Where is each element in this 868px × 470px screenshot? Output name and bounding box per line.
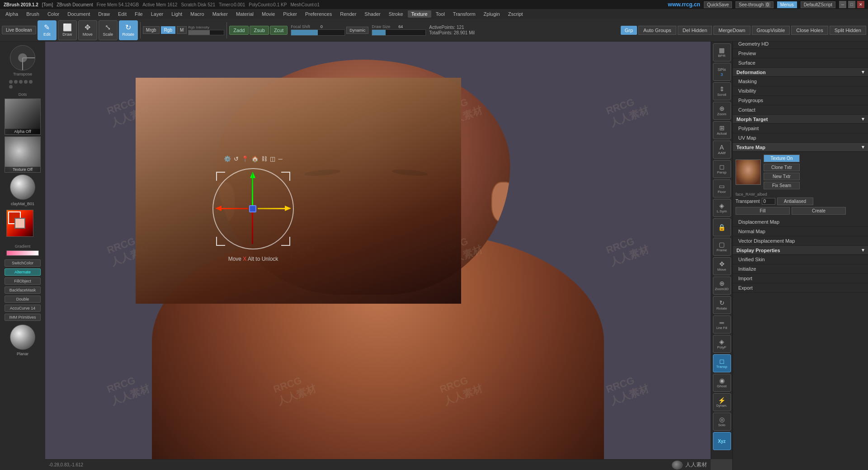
bpr-button[interactable]: ▦ BPR [713,43,731,61]
fix-seam-button[interactable]: Fix Seam [764,182,800,189]
close-button[interactable]: ✕ [857,1,864,8]
menu-zscript[interactable]: Zscript [505,10,527,18]
double-button[interactable]: Double [5,296,41,303]
zoom-button[interactable]: ⊕ Zoom [713,102,731,120]
minimize-button[interactable]: ─ [839,1,846,8]
frame-button[interactable]: ▢ Frame [713,238,731,256]
transpose-widget[interactable] [10,45,35,70]
menu-layer[interactable]: Layer [147,10,167,18]
transparent-input[interactable] [762,198,775,205]
transform-gizmo[interactable]: ⚙️ ↺ 📍 🏠 ⛓ ◫ ─ [212,168,294,249]
vector-displacement-map-item[interactable]: Vector Displacement Map [733,236,868,246]
preview-item[interactable]: Preview [733,49,868,58]
zadd-button[interactable]: Zadd [229,26,249,35]
planar-sphere[interactable] [10,324,35,350]
morph-target-header[interactable]: Morph Target ▾ [733,115,868,124]
menu-macro[interactable]: Macro [187,10,208,18]
linefill-button[interactable]: ═ Line Fill [713,315,731,334]
contact-item[interactable]: Contact [733,105,868,115]
move-button[interactable]: ✥ Move [78,20,97,40]
zsub-button[interactable]: Zsub [250,26,269,35]
menu-render[interactable]: Render [336,10,360,18]
accu-curve-button[interactable]: AccuCurve 14 [5,305,41,312]
rgb-button[interactable]: Rgb [161,26,175,34]
dynam-button[interactable]: ⚡ Dynam. [713,393,731,411]
solo-button[interactable]: ◎ Solo [713,413,731,431]
zoom3d-button[interactable]: ⊕ Zoom3D [713,277,731,295]
move3d-button[interactable]: ✥ Move [713,257,731,275]
ghost-button[interactable]: ◉ Ghost [713,374,731,392]
draw-size-slider[interactable] [372,29,426,36]
menu-material[interactable]: Material [232,10,257,18]
m-button[interactable]: M [177,26,187,34]
fill-button[interactable]: Fill [736,207,790,215]
antialiased-button[interactable]: Antialiased [777,197,813,205]
menu-draw[interactable]: Draw [94,10,113,18]
material-preview[interactable] [10,174,35,200]
lock-button[interactable]: 🔒 [713,218,731,236]
scale-button[interactable]: ⤡ Scale [99,20,118,40]
menus-button[interactable]: Menus [777,1,797,8]
focal-shift-slider[interactable] [291,29,345,36]
gradient-bar[interactable] [6,250,39,256]
displacement-map-item[interactable]: Displacement Map [733,217,868,227]
draw-button[interactable]: ⬜ Draw [58,20,77,40]
menu-document[interactable]: Document [64,10,94,18]
menu-tool[interactable]: Tool [432,10,448,18]
polypaint-item[interactable]: Polypaint [733,124,868,133]
menu-stroke[interactable]: Stroke [385,10,407,18]
alpha-preview[interactable]: Alpha Off [5,99,41,135]
initialize-item[interactable]: Initialize [733,264,868,274]
actual-button[interactable]: ⊞ Actual [713,121,731,139]
color-swatch[interactable] [6,210,39,242]
rgb-intensity-slider[interactable] [188,30,224,35]
menu-alpha[interactable]: Alpha [2,10,22,18]
texture-map-header[interactable]: Texture Map ▾ [733,143,868,152]
default-script-button[interactable]: DefaultZScript [801,1,835,8]
rotate3d-button[interactable]: ↻ Rotate [713,296,731,314]
backface-mask-button[interactable]: BackfaceMask [5,287,41,294]
menu-file[interactable]: File [131,10,146,18]
mrgb-button[interactable]: Mrgb [143,26,160,34]
texture-on-button[interactable]: Texture On [764,155,800,162]
group-visible-button[interactable]: GroupVisible [752,26,790,35]
transp-button[interactable]: ◻ Transp [713,354,731,372]
menu-shader[interactable]: Shader [361,10,384,18]
clone-txtr-button[interactable]: Clone Txtr [764,164,800,171]
alternate-button[interactable]: Alternate [5,268,41,276]
edit-button[interactable]: ✎ Edit [38,20,57,40]
lsym-button[interactable]: ◈ L.Sym [713,199,731,217]
menu-preferences[interactable]: Preferences [302,10,335,18]
deformation-header[interactable]: Deformation ▾ [733,68,868,77]
menu-brush[interactable]: Brush [23,10,43,18]
menu-zplugin[interactable]: Zplugin [480,10,504,18]
texture-preview[interactable]: Texture Off [5,136,41,173]
zcut-button[interactable]: Zcut [270,26,288,35]
scroll-button[interactable]: ⇕ Scroll [713,82,731,100]
xyz-button[interactable]: Xyz [713,432,731,450]
persp-button[interactable]: ◻ Persp [713,160,731,178]
visibility-item[interactable]: Visibility [733,86,868,96]
masking-item[interactable]: Masking [733,77,868,86]
fill-object-button[interactable]: FillObject [5,277,41,285]
background-color[interactable] [14,218,25,229]
import-item[interactable]: Import [733,274,868,283]
rotate-button[interactable]: ↻ Rotate [119,20,138,40]
see-through-button[interactable]: See-through 0 [736,1,773,8]
texture-thumb[interactable] [736,160,761,185]
menu-light[interactable]: Light [168,10,186,18]
export-item[interactable]: Export [733,283,868,293]
create-button[interactable]: Create [792,207,846,215]
menu-texture[interactable]: Texture [408,10,431,18]
live-boolean-button[interactable]: Live Boolean [2,26,36,34]
menu-movie[interactable]: Movie [258,10,278,18]
auto-groups-button[interactable]: Auto Groups [638,26,676,35]
grp-button[interactable]: Grp [621,26,637,35]
maximize-button[interactable]: □ [848,1,855,8]
uv-map-item[interactable]: UV Map [733,133,868,143]
menu-marker[interactable]: Marker [209,10,231,18]
spix-button[interactable]: SPix 3 [713,63,731,81]
aaltf-button[interactable]: A AAltf [713,141,731,159]
imm-primitives-button[interactable]: IMM Primitives [5,314,41,321]
switch-color-button[interactable]: SwitchColor [5,259,41,267]
